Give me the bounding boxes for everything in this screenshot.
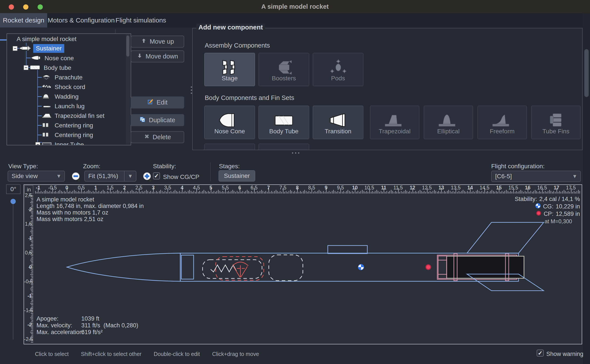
show-cgcp-checkbox[interactable]: ✓ xyxy=(153,172,160,179)
tab-rocket-design[interactable]: Rocket design xyxy=(0,13,47,27)
shock-cord-squiggle xyxy=(211,265,236,272)
motor-outline[interactable] xyxy=(447,256,524,278)
component-card-boosters: Boosters xyxy=(259,53,309,86)
stages-label: Stages: xyxy=(219,163,240,170)
inner-tube-icon xyxy=(42,141,52,145)
tree-item-body-tube[interactable]: Body tube xyxy=(7,63,129,72)
tree-item-label: Shock cord xyxy=(55,84,85,91)
zoom-label: Zoom: xyxy=(83,163,100,170)
tree-item-launch-lug[interactable]: Launch lug xyxy=(7,101,129,111)
tree-item-nose-cone[interactable]: Nose cone xyxy=(7,53,129,63)
cg-marker xyxy=(358,264,364,270)
rotation-slider-knob[interactable] xyxy=(11,199,16,204)
wadding-outline[interactable] xyxy=(269,255,303,281)
edit-button[interactable]: Edit xyxy=(131,97,184,109)
panel-splitter-handle[interactable] xyxy=(191,90,192,91)
nose-cone-icon xyxy=(31,55,42,62)
component-card-nose-cone[interactable]: Nose Cone xyxy=(204,106,255,139)
tree-item-label: Parachute xyxy=(55,74,83,81)
zoom-in-icon xyxy=(142,179,153,183)
rocket-design-canvas[interactable]: in -1-0,500,511,522,533,544,555,566,577,… xyxy=(24,184,582,344)
tree-item-trapezoidal-fin-set[interactable]: Trapezoidal fin set xyxy=(7,111,129,120)
move-down-button[interactable]: Move down xyxy=(131,50,184,62)
tree-expander-icon[interactable] xyxy=(35,142,40,145)
panel-resize-handle[interactable] xyxy=(295,152,296,154)
chevron-down-icon: ▼ xyxy=(53,173,64,179)
rocket-icon xyxy=(19,46,32,52)
component-card-transition[interactable]: Transition xyxy=(313,106,363,139)
shock-cord-icon xyxy=(42,84,52,91)
section-label: Assembly Components xyxy=(205,42,270,49)
flight-configuration-select[interactable]: [C6-5]▼ xyxy=(491,171,581,182)
tree-item-shock-cord[interactable]: Shock cord xyxy=(7,82,129,92)
component-card-elliptical: Elliptical xyxy=(424,106,473,139)
panel-splitter-handle[interactable] xyxy=(191,92,192,94)
tree-item-parachute[interactable]: Parachute xyxy=(7,72,129,82)
move-up-button[interactable]: Move up xyxy=(131,36,184,48)
view-type-label: View Type: xyxy=(8,163,38,170)
view-type-select[interactable]: Side view▼ xyxy=(8,171,65,182)
duplicate-button[interactable]: Duplicate xyxy=(131,114,184,126)
openrocket-window: A simple model rocket Rocket design Moto… xyxy=(0,0,590,364)
chevron-down-icon: ▼ xyxy=(125,173,136,179)
panel-scrollbar-thumb[interactable] xyxy=(584,49,589,97)
tree-item-inner-tube[interactable]: Inner Tube xyxy=(7,140,129,145)
show-warnings-checkbox[interactable]: ✓ xyxy=(537,350,544,357)
nose-cone-outline[interactable] xyxy=(67,253,180,281)
transition-icon xyxy=(313,111,363,130)
tree-item-label: Trapezoidal fin set xyxy=(55,112,104,119)
flight-stats: Apogee:1039 ft Max. velocity:311 ft/s (M… xyxy=(36,315,138,336)
window-title: A simple model rocket xyxy=(0,3,590,10)
centering-ring-icon xyxy=(42,132,49,139)
mouse-hints: Click to selectShift+click to select oth… xyxy=(35,351,259,357)
component-card-stage[interactable]: Stage xyxy=(204,53,255,86)
centering-ring-icon xyxy=(42,122,49,129)
zoom-in-button[interactable] xyxy=(142,171,153,183)
section-label: Body Components and Fin Sets xyxy=(205,94,294,102)
tree-item-label: Launch lug xyxy=(55,103,85,110)
arrow-down-icon xyxy=(137,53,142,60)
tree-item-label: Nose cone xyxy=(45,55,74,62)
show-cgcp-label: Show CG/CP xyxy=(163,174,200,181)
tab-flight-simulations[interactable]: Flight simulations xyxy=(115,13,167,27)
duplicate-icon xyxy=(140,116,146,124)
component-card-trapezoidal: Trapezoidal xyxy=(370,106,419,139)
nose-shoulder-outline[interactable] xyxy=(181,255,194,279)
engine-block-outline[interactable] xyxy=(438,256,447,279)
chevron-down-icon: ▼ xyxy=(569,173,580,179)
panel-resize-handle[interactable] xyxy=(292,152,293,154)
fin-set-icon xyxy=(42,113,52,120)
tree-item-a-simple-model-rocket[interactable]: A simple model rocket xyxy=(7,34,129,44)
tree-item-centering-ring[interactable]: Centering ring xyxy=(7,130,129,140)
rotation-angle-box: 0° xyxy=(6,184,20,194)
zoom-level-combo[interactable]: Fit (51,3%) ▼ xyxy=(84,171,136,182)
tree-item-wadding[interactable]: Wadding xyxy=(7,92,129,101)
rotation-slider-track[interactable] xyxy=(13,199,13,339)
stage-icon xyxy=(205,58,255,78)
mouse-hint: Double-click to edit xyxy=(154,351,200,357)
show-warnings-label: Show warnings xyxy=(546,351,586,358)
tree-item-centering-ring[interactable]: Centering ring xyxy=(7,120,129,130)
panel-splitter-handle[interactable] xyxy=(191,86,192,88)
tree-item-sustainer[interactable]: Sustainer xyxy=(7,44,129,53)
toolbar-divider xyxy=(210,162,211,181)
rocket-info: A simple model rocket Length 16,748 in, … xyxy=(36,196,144,222)
panel-resize-handle[interactable] xyxy=(298,152,299,154)
tree-expander-icon[interactable] xyxy=(13,46,18,51)
component-card-pods: Pods xyxy=(313,53,363,86)
component-card-body-tube[interactable]: Body Tube xyxy=(259,106,309,139)
tree-expander-icon[interactable] xyxy=(24,65,28,70)
component-card-tube-fins: Tube Fins xyxy=(531,106,581,139)
panel-scrollbar[interactable] xyxy=(583,13,590,364)
shock-cord-outline[interactable] xyxy=(202,260,262,279)
mouse-hint: Click to select xyxy=(35,351,69,357)
body-tube-icon xyxy=(259,111,309,130)
tab-motors-configuration[interactable]: Motors & Configuration xyxy=(47,13,115,27)
launch-lug-outline[interactable] xyxy=(328,246,367,254)
mouse-hint: Shift+click to select other xyxy=(81,351,141,357)
launch-lug-icon xyxy=(42,103,52,110)
zoom-out-button[interactable] xyxy=(70,171,82,183)
mouse-hint: Click+drag to move xyxy=(212,351,259,357)
delete-button[interactable]: Delete xyxy=(131,131,184,143)
stage-toggle-sustainer[interactable]: Sustainer xyxy=(219,170,255,182)
